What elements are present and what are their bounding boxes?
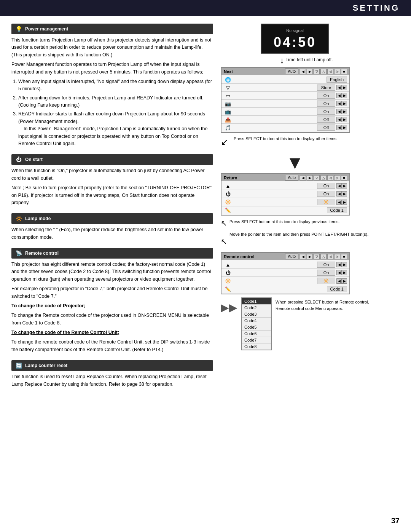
row-value-on2[interactable]: On [317, 101, 335, 107]
top-menu-auto-btn[interactable]: Auto [285, 69, 298, 74]
barrow-r-eco[interactable]: ▶ [342, 200, 347, 205]
ricon-5[interactable]: ◁ [327, 254, 333, 259]
barrow-l-eco[interactable]: ◀ [336, 200, 342, 205]
bottom-menu-panel: Return Auto ◀ ▶ ▽ △ ◁ ▷ ■ ▲ [221, 173, 350, 216]
rarrow-r-eco[interactable]: ▶ [342, 278, 347, 284]
bmenu-icon-code: ✏️ [224, 208, 232, 213]
row-arrows-on2: ◀ ▶ [336, 101, 347, 106]
icon-5[interactable]: ◁ [327, 69, 333, 74]
code-list-item-8[interactable]: Code8 [242, 343, 271, 350]
barrow-l-on2[interactable]: ◀ [336, 191, 342, 197]
menu-row-on2: 📷 On ◀ ▶ [221, 100, 349, 108]
arrow-left-off2[interactable]: ◀ [336, 125, 342, 130]
menu-row-on1: ▭ On ◀ ▶ [221, 92, 349, 100]
bottom-menu-section: Return Auto ◀ ▶ ▽ △ ◁ ▷ ■ ▲ [221, 173, 369, 246]
ricon-6[interactable]: ▷ [334, 254, 340, 259]
rmenu-icon-eco: 🔆 [224, 278, 232, 284]
power-mgmt-text-2: Power Management function operates to tu… [11, 61, 213, 76]
icon-6[interactable]: ▷ [334, 69, 340, 74]
arrow-left-store[interactable]: ◀ [336, 85, 342, 90]
row-value-store[interactable]: Store [317, 85, 335, 91]
icon-2[interactable]: ▶ [307, 69, 313, 74]
top-menu-callout: Press SELECT button at this icon to disp… [234, 136, 338, 142]
remote-menu-label: Remote control [224, 254, 284, 259]
bmenu-arrows-on1: ◀ ▶ [336, 183, 347, 189]
on-start-text-2: Note ; Be sure to turn projector off pro… [11, 184, 213, 206]
rarrow-l-on1[interactable]: ◀ [336, 262, 342, 267]
code-list-item-7[interactable]: Code7 [242, 337, 271, 343]
arrow-left-on1[interactable]: ◀ [336, 93, 342, 98]
bicon-7[interactable]: ■ [341, 175, 347, 181]
bmenu-val-on2[interactable]: On [317, 191, 335, 197]
code-list-item-4[interactable]: Code4 [242, 318, 271, 324]
rarrow-r-on1[interactable]: ▶ [342, 262, 347, 267]
rmenu-val-code[interactable]: Code 1 [327, 286, 347, 292]
ricon-3[interactable]: ▽ [314, 254, 320, 259]
icon-7[interactable]: ■ [341, 69, 347, 74]
bicon-1[interactable]: ◀ [300, 175, 306, 181]
bicon-2[interactable]: ▶ [307, 175, 313, 181]
remote-callout-text: When pressing SELECT button at Remote co… [276, 297, 369, 312]
barrow-r-on1[interactable]: ▶ [342, 183, 347, 189]
bmenu-icon-on2: ⏻ [224, 191, 232, 197]
icon-3[interactable]: ▽ [314, 69, 320, 74]
rmenu-val-on1[interactable]: On [317, 262, 335, 268]
row-value-on3[interactable]: On [317, 109, 335, 115]
top-menu-topbar: Next Auto ◀ ▶ ▽ △ ◁ ▷ ■ [221, 68, 349, 75]
rmenu-icon-on1: ▲ [224, 262, 232, 268]
callout-prev-text: Press SELECT button at this icon to disp… [229, 219, 368, 225]
barrow-r-on2[interactable]: ▶ [342, 191, 347, 197]
arrow-right-off2[interactable]: ▶ [342, 125, 347, 130]
ricon-1[interactable]: ◀ [300, 254, 306, 259]
code-list-item-5[interactable]: Code5 [242, 324, 271, 331]
remote-change-remote-text: To change the remote control code of the… [11, 339, 213, 353]
arrow-right-on1[interactable]: ▶ [342, 93, 347, 98]
arrow-right-on2[interactable]: ▶ [342, 101, 347, 106]
bmenu-val-eco[interactable]: 🔆 [317, 199, 335, 205]
on-start-icon: ⏻ [14, 155, 23, 164]
arrow-left-on3[interactable]: ◀ [336, 109, 342, 114]
row-value-off1[interactable]: Off [317, 117, 335, 123]
code-list-item-2[interactable]: Code2 [242, 305, 271, 311]
arrow-right-store[interactable]: ▶ [342, 85, 347, 90]
code-list-item-6[interactable]: Code6 [242, 331, 271, 337]
rmenu-val-on2[interactable]: On [317, 270, 335, 276]
ricon-7[interactable]: ■ [341, 254, 347, 259]
arrow-left-off1[interactable]: ◀ [336, 117, 342, 122]
code-list-item-3[interactable]: Code3 [242, 311, 271, 318]
list-item-1: When any input signal is interrupted, "N… [18, 78, 213, 93]
rarrow-r-on2[interactable]: ▶ [342, 270, 347, 275]
arrow-right-off1[interactable]: ▶ [342, 117, 347, 122]
arrow-right-on3[interactable]: ▶ [342, 109, 347, 114]
barrow-l-on1[interactable]: ◀ [336, 183, 342, 189]
rmenu-val-eco[interactable]: 🔆 [317, 278, 335, 284]
remote-text-1: This projector has eight different remot… [11, 261, 213, 283]
row-icon-language: 🌐 [224, 77, 232, 83]
rarrow-l-on2[interactable]: ◀ [336, 270, 342, 275]
code-list: Code1 Code2 Code3 Code4 Code5 Code6 Code… [241, 297, 272, 350]
bmenu-row-on1: ▲ On ◀ ▶ [221, 182, 349, 190]
arrow-left-on2[interactable]: ◀ [336, 101, 342, 106]
ricon-2[interactable]: ▶ [307, 254, 313, 259]
row-arrows-off2: ◀ ▶ [336, 125, 347, 130]
row-value-on1[interactable]: On [317, 93, 335, 99]
bottom-menu-auto-btn[interactable]: Auto [285, 175, 298, 181]
bmenu-val-on1[interactable]: On [317, 183, 335, 189]
icon-4[interactable]: △ [320, 69, 327, 74]
row-value-off2[interactable]: Off [317, 125, 335, 131]
list-item-2: After counting down for 5 minutes, Proje… [18, 94, 213, 109]
bicon-4[interactable]: △ [320, 175, 327, 181]
bicon-5[interactable]: ◁ [327, 175, 333, 181]
row-value-language[interactable]: English [327, 77, 347, 83]
rarrow-l-eco[interactable]: ◀ [336, 278, 342, 284]
list-item-3: READY Indicator starts to flash after co… [18, 110, 213, 147]
bicon-3[interactable]: ▽ [314, 175, 320, 181]
on-start-text-1: When this function is "On," projector is… [11, 167, 213, 182]
remote-menu-auto-btn[interactable]: Auto [285, 254, 298, 259]
ricon-4[interactable]: △ [320, 254, 327, 259]
bmenu-val-code[interactable]: Code 1 [327, 207, 347, 213]
bmenu-row-on2: ⏻ On ◀ ▶ [221, 190, 349, 198]
code-list-item-1[interactable]: Code1 [242, 298, 271, 305]
bicon-6[interactable]: ▷ [334, 175, 340, 181]
icon-1[interactable]: ◀ [300, 69, 306, 74]
